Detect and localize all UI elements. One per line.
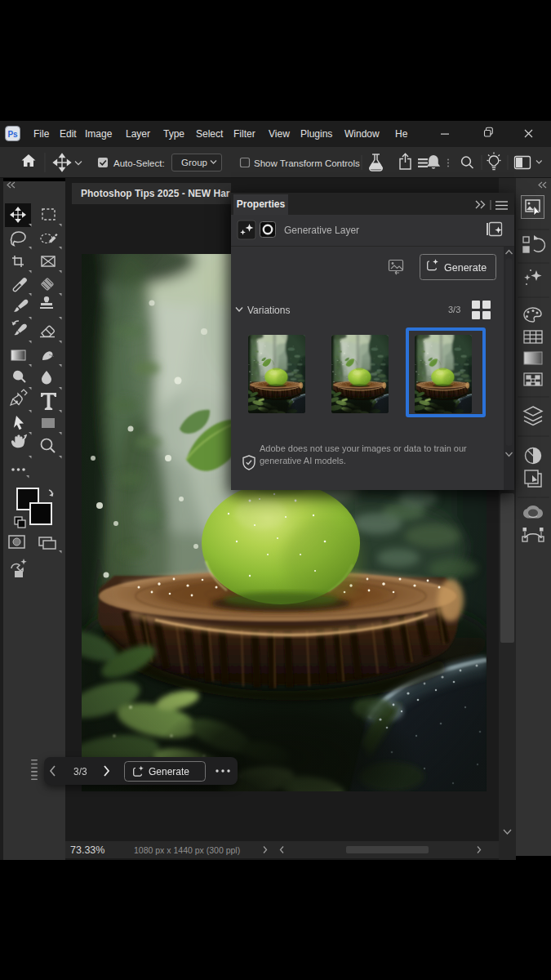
svg-text:Show Transform Controls: Show Transform Controls: [254, 158, 360, 168]
svg-text:Generate: Generate: [149, 766, 189, 777]
svg-text:3/3: 3/3: [448, 305, 460, 314]
svg-text:Group: Group: [181, 158, 207, 167]
svg-text:3/3: 3/3: [73, 766, 87, 777]
svg-text:Generate: Generate: [444, 262, 487, 274]
svg-text:1080 px x 1440 px (300 ppl): 1080 px x 1440 px (300 ppl): [134, 845, 240, 855]
svg-text:73.33%: 73.33%: [70, 844, 104, 856]
svg-text:Variations: Variations: [247, 305, 290, 316]
svg-text:Generative Layer: Generative Layer: [284, 225, 359, 236]
svg-text:Auto-Select:: Auto-Select:: [113, 158, 165, 168]
svg-text:Ps: Ps: [7, 130, 18, 139]
